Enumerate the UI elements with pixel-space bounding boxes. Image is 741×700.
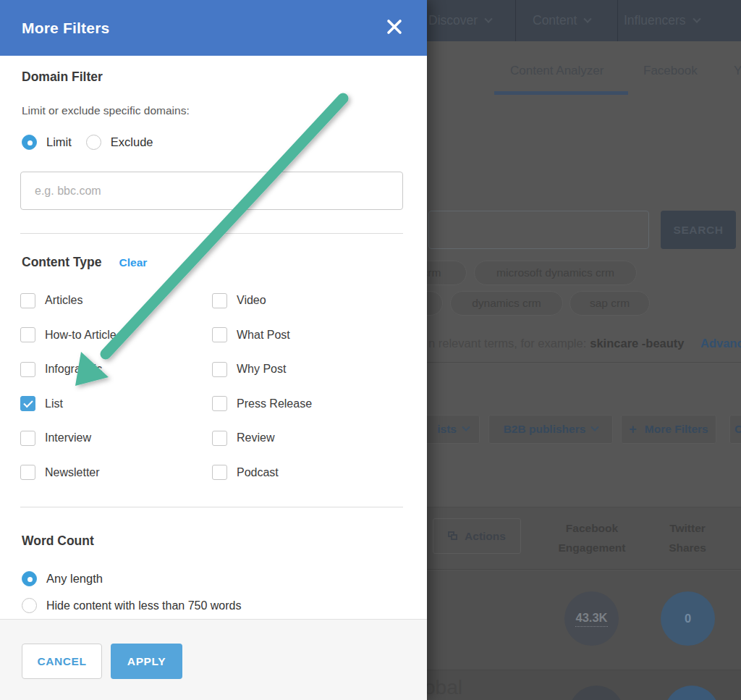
checkbox-newsletter[interactable] — [20, 465, 35, 480]
close-icon — [386, 19, 402, 35]
checkbox-what-post[interactable] — [212, 327, 227, 342]
checkbox-option-review[interactable]: Review — [212, 430, 404, 446]
checkbox-option-interview[interactable]: Interview — [20, 430, 212, 446]
checkbox-review[interactable] — [212, 431, 227, 446]
screen: Discover Content Influencers Content Ana… — [0, 0, 741, 700]
radio-hide-short-content[interactable] — [22, 598, 37, 613]
search-hint-text: n relevant terms, for example:skincare -… — [428, 337, 685, 350]
checkbox-option-articles[interactable]: Articles — [20, 292, 212, 308]
advanced-link[interactable]: Advanc — [700, 337, 741, 350]
nav-divider — [515, 0, 516, 41]
nav-divider — [617, 0, 618, 41]
hint-prefix: n relevant terms, for example: — [428, 337, 586, 350]
checkbox-list[interactable] — [20, 396, 35, 411]
facebook-engagement-value[interactable]: 43.3K — [575, 611, 607, 627]
checkbox-label: Infographic — [45, 363, 102, 376]
search-button[interactable]: SEARCH — [661, 211, 736, 249]
tab-facebook[interactable]: Facebook — [643, 64, 698, 78]
tag-chip-dynamics-crm[interactable]: dynamics crm — [450, 291, 563, 316]
cancel-button[interactable]: CANCEL — [22, 644, 102, 679]
checkbox-label: Video — [237, 294, 266, 307]
checkbox-video[interactable] — [212, 293, 227, 308]
actions-label: Actions — [465, 530, 506, 543]
checkbox-option-podcast[interactable]: Podcast — [212, 465, 404, 481]
checkbox-label: What Post — [237, 329, 290, 342]
layers-icon — [448, 531, 458, 541]
checkbox-interview[interactable] — [20, 431, 35, 446]
checkbox-how-to-article[interactable] — [20, 327, 35, 342]
twitter-shares-bubble: 0 — [661, 591, 715, 646]
result-title-partial: obal — [424, 676, 462, 699]
tag-chip-sap-crm[interactable]: sap crm — [569, 291, 650, 316]
filter-dropdown-b2b-publishers[interactable]: B2B publishers — [488, 415, 613, 444]
hide-short-content-radio-option[interactable]: Hide content with less than 750 words — [22, 598, 241, 613]
modal-footer: CANCEL APPLY — [0, 619, 427, 700]
checkbox-option-newsletter[interactable]: Newsletter — [20, 465, 212, 481]
close-button[interactable] — [385, 17, 404, 36]
nav-label-content: Content — [533, 13, 577, 28]
any-length-radio-option[interactable]: Any length — [22, 571, 103, 586]
checkbox-label: List — [45, 397, 63, 410]
checkbox-infographic[interactable] — [20, 362, 35, 377]
checkbox-label: How-to Article — [45, 329, 117, 342]
chevron-down-icon — [693, 14, 700, 22]
checkbox-label: Articles — [45, 294, 82, 307]
nav-item-influencers[interactable]: Influencers — [624, 0, 700, 41]
tag-chip-microsoft-dynamics-crm[interactable]: microsoft dynamics crm — [474, 261, 637, 285]
content-type-header: Content Type Clear — [22, 255, 147, 270]
twitter-shares-value: 0 — [685, 612, 691, 625]
clear-link[interactable]: Clear — [119, 256, 148, 269]
filter-button-partial-right[interactable]: C — [729, 415, 741, 444]
checkbox-label: Press Release — [237, 397, 312, 410]
checkbox-option-infographic[interactable]: Infographic — [20, 361, 212, 377]
actions-button[interactable]: Actions — [433, 518, 521, 554]
word-count-option-any-length: Any length — [22, 571, 103, 586]
more-filters-modal: More Filters Domain Filter Limit or excl… — [0, 0, 427, 700]
row-divider — [427, 670, 741, 670]
checkbox-why-post[interactable] — [212, 362, 227, 377]
nav-item-discover[interactable]: Discover — [428, 0, 491, 41]
search-input[interactable] — [428, 211, 649, 249]
checkbox-label: Why Post — [237, 363, 286, 376]
nav-item-content[interactable]: Content — [533, 0, 590, 41]
radio-limit[interactable] — [22, 135, 37, 150]
more-filters-button[interactable]: + More Filters — [621, 415, 716, 444]
modal-header: More Filters — [0, 0, 427, 56]
checkbox-option-video[interactable]: Video — [212, 292, 404, 308]
checkbox-podcast[interactable] — [212, 465, 227, 480]
chevron-down-icon — [591, 423, 599, 431]
domain-input[interactable] — [20, 172, 403, 210]
checkbox-option-list[interactable]: List — [20, 396, 212, 412]
content-type-heading: Content Type — [22, 255, 102, 270]
checkbox-option-what-post[interactable]: What Post — [212, 327, 404, 343]
exclude-radio-label: Exclude — [111, 135, 153, 149]
apply-button[interactable]: APPLY — [111, 644, 182, 679]
radio-any-length[interactable] — [22, 571, 37, 586]
column-header-line: Engagement — [547, 538, 637, 557]
modal-title: More Filters — [22, 20, 109, 37]
section-divider — [20, 507, 403, 507]
checkbox-option-why-post[interactable]: Why Post — [212, 361, 404, 377]
hint-example: skincare -beauty — [590, 337, 684, 350]
exclude-radio-option[interactable]: Exclude — [86, 135, 153, 150]
checkbox-option-how-to-article[interactable]: How-to Article — [20, 327, 212, 343]
tab-content-analyzer[interactable]: Content Analyzer — [510, 64, 604, 78]
filter-label: B2B publishers — [504, 423, 586, 436]
checkbox-label: Newsletter — [45, 466, 100, 479]
radio-exclude[interactable] — [86, 135, 101, 150]
any-length-radio-label: Any length — [46, 572, 103, 586]
facebook-engagement-bubble: 43.3K — [564, 591, 619, 646]
chevron-down-icon — [484, 14, 492, 22]
domain-filter-description: Limit or exclude specific domains: — [22, 104, 190, 117]
word-count-option-750-words: Hide content with less than 750 words — [22, 598, 241, 613]
checkbox-press-release[interactable] — [212, 396, 227, 411]
tab-partial[interactable]: Y — [734, 64, 741, 78]
domain-filter-radio-group: Limit Exclude — [22, 135, 153, 150]
word-count-heading: Word Count — [22, 534, 94, 549]
column-header-twitter-shares: Twitter Shares — [650, 518, 725, 557]
checkbox-option-press-release[interactable]: Press Release — [212, 396, 404, 412]
checkbox-articles[interactable] — [20, 293, 35, 308]
limit-radio-label: Limit — [46, 135, 72, 149]
limit-radio-option[interactable]: Limit — [22, 135, 72, 150]
chevron-down-icon — [462, 423, 470, 431]
